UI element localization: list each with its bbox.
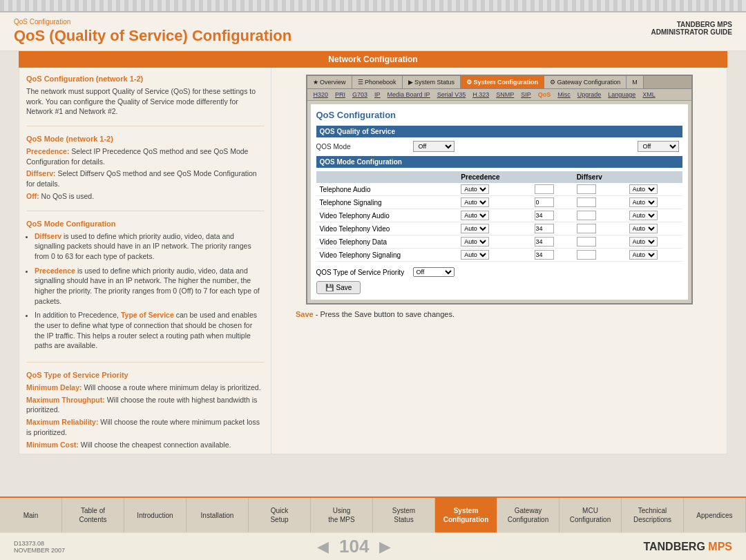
col-header-empty <box>531 171 573 183</box>
sub-tab-snmp[interactable]: SNMP <box>493 90 517 99</box>
tab-system-config[interactable]: ⚙ System Configuration <box>461 76 544 88</box>
brand-line1: TANDBERG MPS <box>651 21 732 28</box>
tab-overview[interactable]: ★ Overview <box>307 76 352 88</box>
nav-tab-install[interactable]: Installation <box>186 498 249 532</box>
footer-doc-id: D13373.08 <box>14 540 65 547</box>
sub-tab-pri[interactable]: PRI <box>332 90 348 99</box>
footer-brand-highlight: MPS <box>708 541 732 552</box>
nav-tab-mcu-config[interactable]: MCUConfiguration <box>560 498 622 532</box>
table-row: Video Telephony Data Auto Auto <box>316 235 682 249</box>
next-arrow[interactable]: ▶ <box>379 538 391 556</box>
qos-config-text: The network must support Quality of Serv… <box>26 86 264 117</box>
nav-tab-appendices[interactable]: Appendices <box>684 498 746 532</box>
sub-tab-misc[interactable]: Misc <box>555 90 573 99</box>
row-label: Video Telephony Signaling <box>316 249 458 262</box>
tab-gateway-config[interactable]: ⚙ Gateway Configuration <box>544 76 627 88</box>
nav-tab-main[interactable]: Main <box>0 498 62 532</box>
nav-tab-toc[interactable]: Table ofContents <box>62 498 124 532</box>
page-title: QoS (Quality of Service) Configuration <box>14 27 291 45</box>
info-section-qos-mode-config: QoS Mode Configuration Diffserv is used … <box>26 220 264 363</box>
qos-mode-select[interactable]: Off Precedence Diffserv <box>413 141 455 152</box>
header: QoS Configuration QoS (Quality of Servic… <box>0 12 746 51</box>
row-label: Telephone Audio <box>316 183 458 196</box>
row-prec-select: Auto <box>457 183 530 196</box>
qos-mode-diffserv: Diffserv: Select Diffserv QoS method and… <box>26 168 264 189</box>
main-content: QoS Configuration (network 1-2) The netw… <box>19 68 727 454</box>
save-button[interactable]: 💾 Save <box>316 281 361 294</box>
row-diff-val <box>573 249 626 262</box>
ui-screenshot: ★ Overview ☰ Phonebook ▶ System Status ⚙… <box>306 75 693 305</box>
tab-more[interactable]: M <box>627 76 644 88</box>
section-title-qos-config: QoS Configuration (network 1-2) <box>26 75 264 83</box>
table-row: Telephone Signaling Auto Auto <box>316 196 682 209</box>
nav-tab-quick-setup[interactable]: QuickSetup <box>249 498 311 532</box>
sub-tab-serial[interactable]: Serial V35 <box>434 90 469 99</box>
row-prec-select: Auto <box>457 249 530 262</box>
sub-tab-qos[interactable]: QoS <box>535 90 554 99</box>
col-header-precedence: Precedence <box>457 171 530 183</box>
row-diff-val <box>573 235 626 249</box>
row-diff-val <box>573 209 626 222</box>
table-row: Telephone Audio Auto Auto <box>316 183 682 196</box>
row-prec-val <box>531 196 573 209</box>
row-label: Video Telephony Data <box>316 235 458 249</box>
sub-tab-h323[interactable]: H.323 <box>470 90 492 99</box>
footer-date: NOVEMBER 2007 <box>14 547 65 554</box>
save-btn-label: Save <box>336 284 352 291</box>
prev-arrow[interactable]: ◀ <box>317 538 329 556</box>
section-title-qos-mode-config: QoS Mode Configuration <box>26 220 264 228</box>
row-label: Video Telephony Audio <box>316 209 458 222</box>
row-diff-select: Auto <box>626 235 682 249</box>
row-label: Telephone Signaling <box>316 196 458 209</box>
nav-tab-system-config[interactable]: SystemConfiguration <box>435 498 497 532</box>
sub-tab-g703[interactable]: G703 <box>350 90 370 99</box>
row-prec-val <box>531 183 573 196</box>
table-row: Video Telephony Audio Auto Auto <box>316 209 682 222</box>
section-title-text: QoS Configuration (network 1-2) <box>26 75 143 83</box>
qos-config-table: Precedence Diffserv Telephone Audio Auto <box>316 171 682 262</box>
nav-tab-using-mps[interactable]: Usingthe MPS <box>311 498 373 532</box>
nav-tab-intro[interactable]: Introduction <box>124 498 186 532</box>
row-prec-val <box>531 222 573 235</box>
row-diff-val <box>573 183 626 196</box>
sub-tab-h320[interactable]: H320 <box>311 90 332 99</box>
brand-info: TANDBERG MPS ADMINISTRATOR GUIDE <box>651 21 732 36</box>
qos-mode-select2[interactable]: Off <box>638 141 679 152</box>
row-diff-select: Auto <box>626 222 682 235</box>
config-content: QoS Configuration QOS Quality of Service… <box>311 104 688 300</box>
row-prec-val <box>531 209 573 222</box>
footer-brand: TANDBERG MPS <box>643 541 732 553</box>
info-section-qos-config: QoS Configuration (network 1-2) The netw… <box>26 75 264 126</box>
row-diff-val <box>573 222 626 235</box>
footer-doc-info: D13373.08 NOVEMBER 2007 <box>14 540 65 554</box>
section-title-qos-mode: QoS Mode (network 1-2) <box>26 135 264 143</box>
tab-phonebook[interactable]: ☰ Phonebook <box>352 76 403 88</box>
left-panel: QoS Configuration (network 1-2) The netw… <box>19 68 271 454</box>
qos-quality-section-title: QOS Quality of Service <box>316 126 682 137</box>
tab-bar: ★ Overview ☰ Phonebook ▶ System Status ⚙… <box>307 76 691 89</box>
sub-tab-bar: H320 PRI G703 IP Media Board IP Serial V… <box>307 89 691 101</box>
sub-tab-xml[interactable]: XML <box>640 90 658 99</box>
bullet-diffserv: Diffserv is used to define which priorit… <box>35 231 264 262</box>
row-diff-select: Auto <box>626 196 682 209</box>
tab-system-status[interactable]: ▶ System Status <box>403 76 461 88</box>
qos-mode-config-list: Diffserv is used to define which priorit… <box>35 231 264 351</box>
row-prec-select: Auto <box>457 209 530 222</box>
screenshot-note: Save - Press the Save button to save cha… <box>282 310 455 318</box>
qos-type-select[interactable]: Off <box>413 267 455 277</box>
sub-tab-language[interactable]: Language <box>605 90 638 99</box>
sub-tab-ip[interactable]: IP <box>372 90 383 99</box>
footer-navigation: ◀ 104 ▶ <box>317 536 391 557</box>
qos-mode-config-section-title: QOS Mode Configuration <box>316 156 682 168</box>
nav-tab-system-status[interactable]: SystemStatus <box>373 498 435 532</box>
row-diff-select: Auto <box>626 249 682 262</box>
right-panel: ★ Overview ☰ Phonebook ▶ System Status ⚙… <box>271 68 727 454</box>
qos-mode-label: QOS Mode <box>316 143 413 151</box>
sub-tab-upgrade[interactable]: Upgrade <box>575 90 604 99</box>
sub-tab-sip[interactable]: SIP <box>518 90 534 99</box>
nav-tab-gateway-config[interactable]: GatewayConfiguration <box>497 498 560 532</box>
sub-tab-media-board[interactable]: Media Board IP <box>385 90 433 99</box>
nav-tab-tech-desc[interactable]: TechnicalDescriptions <box>622 498 684 532</box>
col-header-empty2 <box>626 171 682 183</box>
note-save-label: Save <box>296 310 314 318</box>
